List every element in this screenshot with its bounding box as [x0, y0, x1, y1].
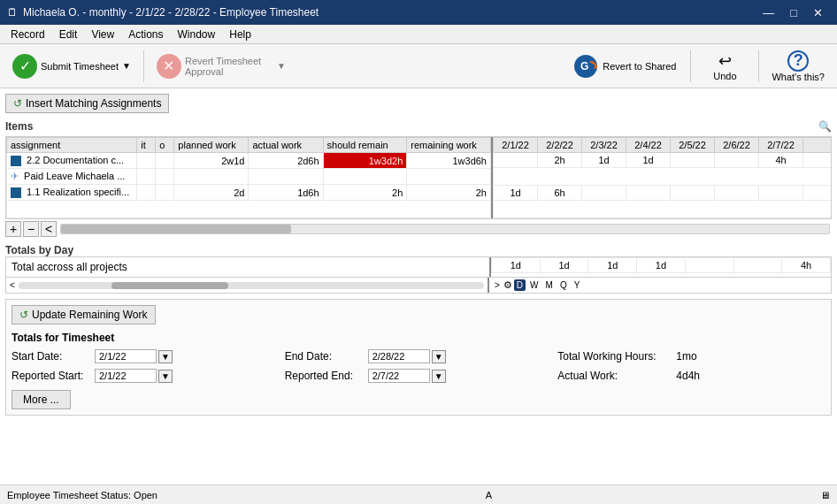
menu-window[interactable]: Window: [171, 27, 223, 42]
date-cell: [759, 186, 803, 201]
totals-right-panel: 1d 1d 1d 1d 4h: [491, 257, 831, 277]
update-remaining-button[interactable]: ↺ Update Remaining Work: [12, 305, 156, 325]
total-cell: 1d: [492, 258, 541, 273]
date-col-2: 2/2/22: [538, 138, 582, 153]
revert-approval-button[interactable]: ✕ Revert Timesheet Approval ▼: [151, 47, 291, 86]
reported-end-value: ▼: [368, 369, 446, 383]
date-cell: 1d: [582, 153, 626, 168]
remaining-work-cell: 1w3d6h: [407, 153, 491, 169]
menu-bar: Record Edit View Actions Window Help: [0, 25, 837, 44]
whats-this-label: What's this?: [772, 72, 825, 82]
undo-button[interactable]: ↩ Undo: [698, 47, 751, 86]
date-cell: [494, 153, 538, 168]
whats-this-icon: ?: [787, 50, 809, 72]
end-date-dropdown[interactable]: ▼: [432, 350, 446, 363]
menu-actions[interactable]: Actions: [121, 27, 170, 42]
window-title: Michaela O. - monthly - 2/1/22 - 2/28/22…: [23, 6, 319, 19]
add-row-button[interactable]: +: [5, 221, 21, 237]
col-should-remain: should remain: [323, 138, 407, 153]
remove-row-button[interactable]: −: [23, 221, 39, 237]
table-toolbar: + − <: [5, 219, 832, 239]
whats-this-button[interactable]: ? What's this?: [766, 47, 830, 86]
menu-help[interactable]: Help: [222, 27, 258, 42]
date-col-7: 2/7/22: [759, 138, 803, 153]
reported-end-dropdown[interactable]: ▼: [432, 370, 446, 383]
col-assignment: assignment: [7, 138, 137, 153]
more-button[interactable]: More ...: [12, 390, 71, 409]
refresh-icon: ↺: [13, 97, 22, 110]
total-cell: [685, 258, 733, 273]
date-row: 2h 1d 1d 4h: [494, 153, 832, 168]
submit-icon: ✓: [12, 54, 37, 79]
remaining-work-cell: [407, 169, 491, 185]
search-icon[interactable]: 🔍: [818, 120, 832, 133]
status-text: Employee Timesheet Status: Open: [7, 490, 157, 500]
leave-icon: ✈: [11, 171, 19, 181]
date-row: [494, 168, 832, 186]
total-cell: 1d: [540, 258, 588, 273]
start-date-label: Start Date:: [12, 350, 91, 363]
date-cell: [582, 186, 626, 201]
actual-work-cell: 2d6h: [249, 153, 323, 169]
items-section: Items 🔍 assignment it o planned work ac: [5, 118, 832, 239]
reported-end-input[interactable]: [368, 369, 430, 383]
menu-view[interactable]: View: [84, 27, 121, 42]
total-all-projects-label: Total accross all projects: [12, 261, 127, 273]
insert-matching-label: Insert Matching Assignments: [26, 97, 161, 110]
totals-label: Totals by Day: [5, 242, 73, 258]
settings-icon[interactable]: ⚙: [503, 279, 512, 291]
menu-edit[interactable]: Edit: [52, 27, 85, 42]
date-cell: 2h: [538, 153, 582, 168]
scroll-left-button[interactable]: <: [41, 221, 57, 237]
insert-matching-button[interactable]: ↺ Insert Matching Assignments: [5, 94, 169, 113]
date-cell: [803, 153, 832, 168]
actual-work-cell: 1d6h: [249, 185, 323, 201]
reported-start-dropdown[interactable]: ▼: [158, 370, 173, 383]
end-date-row: End Date: ▼: [285, 349, 553, 363]
reported-end-row: Reported End: ▼: [285, 369, 553, 383]
scroll-right-arrow[interactable]: >: [493, 280, 502, 290]
toolbar-separator-2: [690, 50, 691, 82]
date-cell: [671, 153, 715, 168]
left-scrollbar[interactable]: <: [6, 278, 489, 293]
date-col-1: 2/1/22: [494, 138, 538, 153]
reported-start-input[interactable]: [95, 369, 157, 383]
table-row[interactable]: 2.2 Documentation c... 2w1d 2d6h 1w3d2h …: [7, 153, 491, 169]
revert-shared-button[interactable]: G Revert to Shared: [565, 47, 683, 86]
items-left-panel: assignment it o planned work actual work…: [6, 137, 491, 218]
submit-timesheet-button[interactable]: ✓ Submit Timesheet ▼: [7, 47, 136, 86]
period-month-button[interactable]: M: [543, 279, 556, 291]
status-bar: Employee Timesheet Status: Open A 🖥: [0, 485, 837, 504]
end-date-input[interactable]: [368, 349, 430, 363]
actual-work-label: Actual Work:: [557, 370, 672, 382]
toolbar-separator-3: [758, 50, 759, 82]
table-row[interactable]: ✈ Paid Leave Michaela ...: [7, 169, 491, 185]
period-year-button[interactable]: Y: [572, 279, 583, 291]
submit-label: Submit Timesheet: [41, 61, 119, 72]
assignment-name: 2.2 Documentation c...: [27, 155, 124, 165]
menu-record[interactable]: Record: [4, 27, 52, 42]
scroll-track[interactable]: [19, 282, 484, 289]
close-button[interactable]: ✕: [806, 4, 830, 21]
table-row[interactable]: 1.1 Realization specifi... 2d 1d6h 2h 2h: [7, 185, 491, 201]
totals-split: Total accross all projects 1d 1d 1d 1d: [5, 256, 832, 278]
period-quarter-button[interactable]: Q: [557, 279, 570, 291]
maximize-button[interactable]: □: [783, 4, 804, 21]
period-day-button[interactable]: D: [514, 279, 526, 291]
totals-left-panel: Total accross all projects: [6, 257, 491, 277]
date-row-empty: [494, 201, 832, 218]
end-date-label: End Date:: [285, 350, 365, 363]
assignment-name: 1.1 Realization specifi...: [27, 187, 129, 197]
col-remaining-work: remaining work: [407, 138, 491, 153]
refresh-icon-2: ↺: [19, 309, 28, 321]
assignment-name: Paid Leave Michaela ...: [24, 171, 125, 181]
start-date-input[interactable]: [95, 349, 157, 363]
scroll-col: [803, 138, 832, 153]
scroll-left-arrow[interactable]: <: [8, 280, 17, 290]
reported-end-label: Reported End:: [285, 370, 365, 382]
minimize-button[interactable]: —: [756, 4, 781, 21]
date-col-5: 2/5/22: [671, 138, 715, 153]
period-week-button[interactable]: W: [527, 279, 541, 291]
scrollbar-row: < > ⚙ D W M Q Y: [5, 278, 832, 294]
start-date-dropdown[interactable]: ▼: [158, 350, 173, 363]
